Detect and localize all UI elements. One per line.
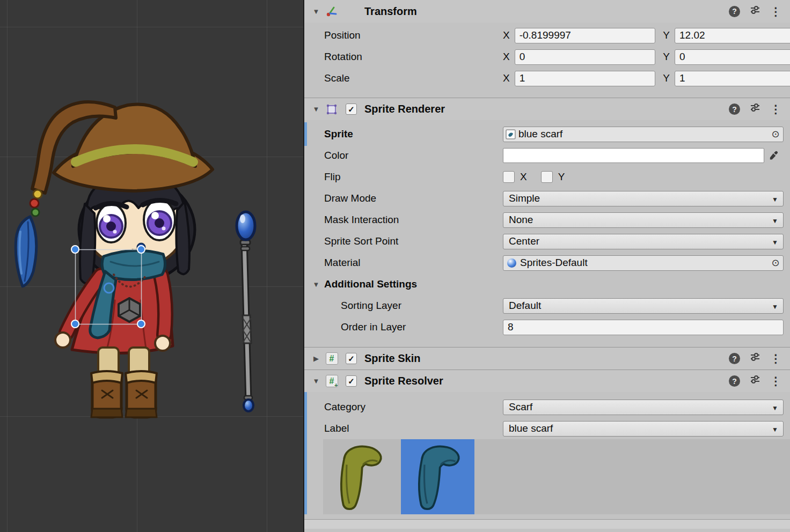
category-dropdown[interactable]: Scarf ▼ xyxy=(503,400,784,415)
rotation-row: Rotation X Y Z xyxy=(304,46,790,68)
foldout-icon[interactable]: ▶ xyxy=(311,354,321,363)
more-menu-icon[interactable]: ⋮ xyxy=(770,6,781,17)
more-menu-icon[interactable]: ⋮ xyxy=(770,353,781,364)
help-icon[interactable]: ? xyxy=(729,6,740,17)
thumbnail-blue-scarf[interactable] xyxy=(401,439,474,514)
enabled-checkbox[interactable]: ✓ xyxy=(346,353,357,364)
sprite-object-name: blue scarf xyxy=(518,128,768,140)
more-menu-icon[interactable]: ⋮ xyxy=(770,104,781,115)
character-sprite[interactable] xyxy=(16,102,213,417)
draw-mode-label: Draw Mode xyxy=(324,193,503,204)
sprite-skin-icon: # xyxy=(325,352,339,366)
selection-handle[interactable] xyxy=(137,246,145,253)
material-label: Material xyxy=(324,257,503,269)
presets-icon[interactable] xyxy=(750,352,760,365)
transform-icon xyxy=(325,4,339,18)
y-axis-label: Y xyxy=(663,72,670,84)
selection-handle[interactable] xyxy=(137,320,145,328)
scene-view[interactable] xyxy=(0,0,303,532)
help-icon[interactable]: ? xyxy=(729,104,740,115)
component-title: Sprite Skin xyxy=(364,352,420,365)
foldout-icon[interactable]: ▼ xyxy=(311,105,321,113)
y-axis-label: Y xyxy=(663,51,670,63)
eyedropper-icon[interactable] xyxy=(764,148,784,163)
x-axis-label: X xyxy=(503,72,510,84)
material-object-field[interactable]: Sprites-Default ⊙ xyxy=(503,255,784,271)
feather xyxy=(16,217,36,286)
inspector-footer-space xyxy=(304,514,790,529)
sprite-object-field[interactable]: blue scarf ⊙ xyxy=(503,127,784,142)
color-row: Color xyxy=(304,145,790,166)
scale-x-field[interactable] xyxy=(515,71,656,86)
position-y-field[interactable] xyxy=(675,28,790,43)
staff-sprite[interactable] xyxy=(237,212,255,411)
transform-body: Position X Y Z Rotation X Y Z Scale X xyxy=(304,23,790,98)
order-in-layer-label: Order in Layer xyxy=(341,321,503,333)
selection-handle[interactable] xyxy=(71,320,79,328)
sprite-label: Sprite xyxy=(324,128,503,140)
selection-handle[interactable] xyxy=(71,246,79,253)
object-picker-icon[interactable]: ⊙ xyxy=(768,129,783,139)
plus-badge-icon: + xyxy=(334,382,338,388)
component-title: Transform xyxy=(364,5,417,18)
foldout-icon[interactable]: ▼ xyxy=(311,8,321,16)
enabled-checkbox[interactable]: ✓ xyxy=(346,375,357,387)
position-x-field[interactable] xyxy=(515,28,656,43)
label-dropdown[interactable]: blue scarf ▼ xyxy=(503,421,784,437)
color-swatch[interactable] xyxy=(503,148,764,163)
chevron-down-icon: ▼ xyxy=(772,426,778,433)
label-label: Label xyxy=(324,423,503,434)
object-picker-icon[interactable]: ⊙ xyxy=(768,258,783,268)
order-in-layer-row: Order in Layer xyxy=(304,316,790,338)
chevron-down-icon: ▼ xyxy=(772,196,778,203)
flip-y-checkbox[interactable] xyxy=(541,171,553,183)
sprite-resolver-body: Category Scarf ▼ Label blue scarf ▼ xyxy=(304,392,790,514)
staff-orb xyxy=(237,212,255,240)
material-object-name: Sprites-Default xyxy=(520,257,768,269)
mask-interaction-label: Mask Interaction xyxy=(324,214,503,226)
scale-y-field[interactable] xyxy=(675,71,790,86)
color-label: Color xyxy=(324,150,503,161)
draw-mode-row: Draw Mode Simple ▼ xyxy=(304,188,790,209)
sprite-sort-point-dropdown[interactable]: Center ▼ xyxy=(503,234,784,249)
draw-mode-dropdown[interactable]: Simple ▼ xyxy=(503,191,784,206)
y-axis-label: Y xyxy=(663,29,670,41)
sorting-layer-dropdown[interactable]: Default ▼ xyxy=(503,298,784,314)
help-icon[interactable]: ? xyxy=(729,375,740,387)
order-in-layer-field[interactable] xyxy=(503,320,784,335)
more-menu-icon[interactable]: ⋮ xyxy=(770,375,781,387)
foldout-icon[interactable]: ▼ xyxy=(311,377,321,385)
mask-interaction-dropdown[interactable]: None ▼ xyxy=(503,212,784,228)
material-icon xyxy=(507,258,516,268)
category-row: Category Scarf ▼ xyxy=(304,396,790,418)
sprite-sort-point-label: Sprite Sort Point xyxy=(324,235,503,247)
mask-interaction-row: Mask Interaction None ▼ xyxy=(304,209,790,231)
sprite-variant-list xyxy=(323,439,790,514)
sprite-renderer-icon xyxy=(325,102,339,116)
sprite-sort-point-row: Sprite Sort Point Center ▼ xyxy=(304,231,790,252)
witch-hat xyxy=(32,102,213,193)
flip-x-checkbox[interactable] xyxy=(503,171,515,183)
scale-row: Scale X Y Z xyxy=(304,68,790,89)
sprite-resolver-icon: #+ xyxy=(325,374,339,388)
rotation-y-field[interactable] xyxy=(675,49,790,65)
transform-header: ▼ Transform ? ⋮ xyxy=(304,0,790,23)
additional-settings-row[interactable]: ▼ Additional Settings xyxy=(304,274,790,295)
sorting-layer-value: Default xyxy=(509,300,541,312)
override-indicator xyxy=(304,122,307,146)
sorting-layer-row: Sorting Layer Default ▼ xyxy=(304,295,790,316)
position-row: Position X Y Z xyxy=(304,25,790,46)
enabled-checkbox[interactable]: ✓ xyxy=(346,104,357,115)
position-label: Position xyxy=(324,29,503,41)
material-row: Material Sprites-Default ⊙ xyxy=(304,252,790,274)
presets-icon[interactable] xyxy=(750,374,760,388)
flip-label: Flip xyxy=(324,171,503,183)
chevron-down-icon: ▼ xyxy=(772,303,778,311)
thumbnail-green-scarf[interactable] xyxy=(323,439,397,514)
rotation-x-field[interactable] xyxy=(515,49,656,65)
x-axis-label: X xyxy=(503,29,510,41)
presets-icon[interactable] xyxy=(750,5,760,18)
help-icon[interactable]: ? xyxy=(729,353,740,364)
foldout-icon[interactable]: ▼ xyxy=(311,280,321,289)
presets-icon[interactable] xyxy=(750,102,760,116)
